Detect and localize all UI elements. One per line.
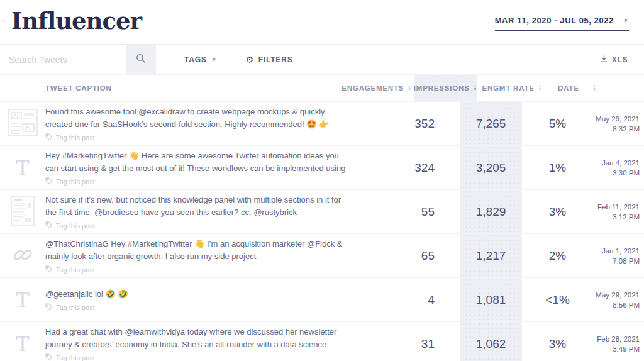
tweet-caption-cell: @geetanjalic lol 🤣 🤣 Tag this post (45, 278, 353, 321)
time-text: 7:08 PM (613, 256, 640, 266)
date-header-label: DATE (558, 84, 579, 92)
date-text: May 29, 2021 (596, 114, 640, 124)
column-header-tweet-caption[interactable]: TWEET CAPTION (0, 75, 308, 101)
engagements-value: 4 (353, 278, 460, 321)
date-cell: Jan 1, 2021 7:08 PM (593, 234, 644, 277)
filters-button[interactable]: ⚙ FILTERS (231, 45, 306, 74)
date-cell: Feb 28, 2021 3:49 PM (593, 322, 644, 361)
time-text: 8:32 PM (613, 124, 640, 134)
engagements-value: 31 (353, 322, 460, 361)
date-cell: Feb 11, 2021 3:12 PM (593, 190, 644, 233)
text-post-icon: T (16, 156, 29, 180)
text-post-icon: T (16, 288, 29, 312)
tag-post-label: Tag this post (56, 354, 95, 361)
table-body: Found this awesome tool @excalidraw to c… (0, 101, 644, 361)
time-text: 3:49 PM (613, 344, 640, 354)
date-text: Jan 4, 2021 (602, 158, 640, 168)
table-row: Found this awesome tool @excalidraw to c… (0, 101, 644, 145)
impressions-value: 1,217 (460, 234, 522, 277)
tag-post-button[interactable]: Tag this post (45, 221, 95, 230)
table-row: T @geetanjalic lol 🤣 🤣 Tag this post 4 1… (0, 277, 644, 321)
impressions-value: 1,062 (460, 322, 522, 361)
date-text: Jan 1, 2021 (602, 246, 640, 256)
tag-icon (45, 353, 53, 361)
tweet-caption[interactable]: @ThatChristinaG Hey #MarketingTwitter 👋 … (45, 238, 348, 263)
engmt-rate-value: 5% (522, 102, 593, 145)
date-range-picker[interactable]: MAR 11, 2020 - JUL 05, 2022 ▼ (495, 16, 629, 31)
tweet-image-thumbnail (8, 109, 38, 139)
engmt-rate-value: 3% (522, 322, 593, 361)
tweet-thumbnail-cell[interactable]: T (0, 322, 45, 361)
tag-post-button[interactable]: Tag this post (45, 177, 95, 186)
tag-post-button[interactable]: Tag this post (45, 303, 95, 312)
table-header: TWEET CAPTION ENGAGEMENTS ▲▼ IMPRESSIONS… (0, 75, 644, 101)
tweet-thumbnail-cell[interactable] (0, 102, 45, 145)
gear-icon: ⚙ (245, 55, 253, 65)
tweet-image-thumbnail (11, 196, 35, 228)
impressions-value: 7,265 (460, 102, 522, 145)
app-logo: Influencer (11, 7, 142, 35)
search-button[interactable] (126, 45, 156, 74)
date-text: Feb 11, 2021 (597, 202, 640, 212)
date-text: Feb 28, 2021 (597, 334, 640, 344)
sort-icon[interactable]: ▲▼ (408, 85, 412, 91)
engmt-rate-header-label: ENGMT RATE (482, 84, 535, 92)
text-post-icon: T (16, 332, 29, 356)
tweet-thumbnail-cell[interactable]: T (0, 278, 45, 321)
tag-post-button[interactable]: Tag this post (45, 353, 95, 361)
time-text: 8:56 PM (613, 300, 640, 310)
sort-icon[interactable]: ▲▼ (592, 85, 597, 91)
engmt-rate-value: 1% (522, 146, 593, 189)
table-row: @ThatChristinaG Hey #MarketingTwitter 👋 … (0, 233, 644, 277)
impressions-value: 1,829 (460, 190, 522, 233)
search-input[interactable] (0, 45, 126, 74)
link-post-icon (10, 242, 35, 270)
tag-post-label: Tag this post (56, 304, 95, 311)
engmt-rate-value: 3% (522, 190, 593, 233)
engagements-value: 55 (353, 190, 460, 233)
column-header-engagements[interactable]: ENGAGEMENTS ▲▼ (308, 75, 414, 101)
tag-post-label: Tag this post (56, 178, 95, 186)
xls-label: XLS (612, 55, 628, 64)
tag-icon (45, 133, 53, 142)
engmt-rate-value: <1% (522, 278, 593, 321)
tweet-caption[interactable]: Not sure if it’s new, but noticed this k… (45, 194, 348, 219)
tag-post-label: Tag this post (56, 222, 95, 230)
toolbar: TAGS ▼ ⚙ FILTERS XLS (0, 45, 644, 75)
tweet-caption-cell: Hey #MarketingTwitter 👋 Here are some aw… (45, 146, 353, 189)
tags-label: TAGS (184, 55, 207, 64)
chevron-down-icon: ▼ (623, 18, 629, 24)
column-header-date[interactable]: DATE ▲▼ (548, 75, 599, 101)
tweet-thumbnail-cell[interactable] (0, 190, 45, 233)
tweet-caption-cell: Had a great chat with @learnwithvidya to… (45, 322, 353, 361)
tweet-thumbnail-cell[interactable] (0, 234, 45, 277)
sidebar-collapse-icon[interactable]: « (1, 15, 6, 25)
date-cell: May 29, 2021 8:32 PM (593, 102, 644, 145)
tweet-caption[interactable]: Hey #MarketingTwitter 👋 Here are some aw… (45, 150, 348, 175)
top-bar: « Influencer MAR 11, 2020 - JUL 05, 2022… (0, 0, 644, 45)
tweet-caption-cell: @ThatChristinaG Hey #MarketingTwitter 👋 … (45, 234, 353, 277)
tweet-caption[interactable]: Found this awesome tool @excalidraw to c… (45, 106, 348, 131)
tag-post-button[interactable]: Tag this post (45, 133, 95, 142)
tag-icon (45, 177, 53, 186)
tweet-caption[interactable]: Had a great chat with @learnwithvidya to… (45, 326, 348, 351)
engagements-value: 324 (353, 146, 460, 189)
download-icon (600, 55, 608, 65)
tweet-caption-cell: Not sure if it’s new, but noticed this k… (45, 190, 353, 233)
tag-icon (45, 303, 53, 312)
column-header-impressions[interactable]: IMPRESSIONS ▲▼ (414, 75, 477, 101)
engagements-header-label: ENGAGEMENTS (341, 84, 404, 92)
tweet-thumbnail-cell[interactable]: T (0, 146, 45, 189)
time-text: 3:30 PM (613, 168, 640, 178)
column-header-engmt-rate[interactable]: ENGMT RATE ▲▼ (477, 75, 548, 101)
sort-icon[interactable]: ▲▼ (538, 85, 543, 91)
download-xls-button[interactable]: XLS (594, 45, 644, 74)
tag-post-label: Tag this post (56, 266, 95, 274)
tag-post-button[interactable]: Tag this post (45, 265, 95, 274)
chevron-down-icon: ▼ (211, 57, 218, 63)
table-row: T Hey #MarketingTwitter 👋 Here are some … (0, 145, 644, 189)
engagements-value: 65 (353, 234, 460, 277)
tweet-caption[interactable]: @geetanjalic lol 🤣 🤣 (45, 288, 128, 301)
tags-dropdown[interactable]: TAGS ▼ (170, 45, 231, 74)
influencer-dashboard: « Influencer MAR 11, 2020 - JUL 05, 2022… (0, 0, 644, 361)
